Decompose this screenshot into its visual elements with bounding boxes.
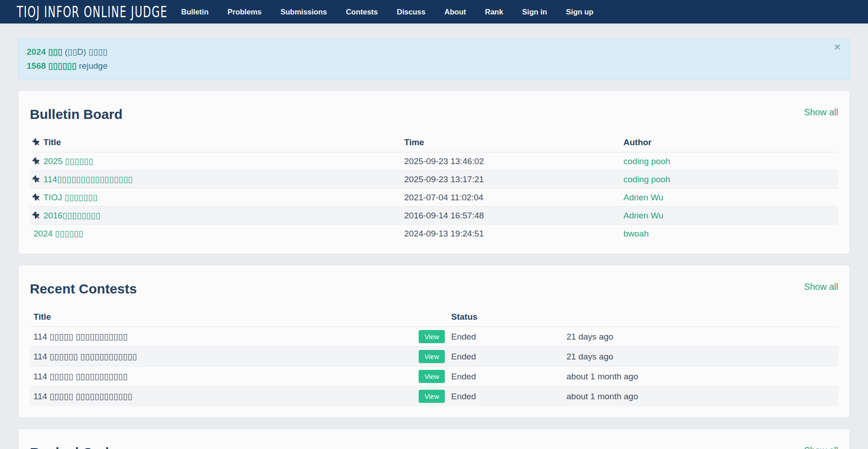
nav-item-sign-up[interactable]: Sign up: [566, 8, 594, 16]
close-icon[interactable]: ×: [831, 41, 843, 53]
bulletin-col-title: Title: [30, 133, 401, 152]
bulletin-col-title-label: Title: [43, 137, 61, 147]
view-contest-button[interactable]: View: [419, 390, 445, 403]
bulletin-author-link[interactable]: bwoah: [623, 229, 649, 238]
brand-logo[interactable]: TIOJ INFOR ONLINE JUDGE: [17, 6, 168, 18]
pushpin-icon: [32, 137, 42, 147]
brand-logo-text: TIOJ INFOR ONLINE JUDGE: [17, 3, 168, 21]
bulletin-title-link[interactable]: 2016▯▯▯▯▯▯▯▯: [43, 211, 100, 220]
contest-status: Ended: [448, 367, 563, 387]
contests-table: Title Status 114 ▯▯▯▯▯ ▯▯▯▯▯▯▯▯▯▯▯ View …: [30, 307, 838, 406]
contest-title: 114 ▯▯▯▯▯ ▯▯▯▯▯▯▯▯▯▯▯: [30, 367, 415, 387]
contest-title: 114 ▯▯▯▯▯▯ ▯▯▯▯▯▯▯▯▯▯▯▯: [30, 347, 415, 367]
bulletin-title-link[interactable]: TIOJ ▯▯▯▯▯▯▯: [43, 193, 98, 202]
contest-row: 114 ▯▯▯▯▯▯ ▯▯▯▯▯▯▯▯▯▯▯▯ View Ended 21 da…: [30, 347, 838, 367]
recent-contests-section: Recent Contests Show all Title Status 11…: [18, 265, 850, 418]
bulletin-title-link[interactable]: 2024 ▯▯▯▯▯▯: [33, 229, 83, 238]
bulletin-time: 2021-07-04 11:02:04: [401, 189, 620, 207]
contest-row: 114 ▯▯▯▯▯ ▯▯▯▯▯▯▯▯▯▯▯▯ View Ended about …: [30, 387, 838, 406]
bulletin-col-time: Time: [401, 133, 620, 152]
bulletin-row: 2025 ▯▯▯▯▯▯ 2025-09-23 13:46:02 coding p…: [30, 152, 838, 170]
pushpin-icon: [32, 192, 42, 203]
bulletin-author-link[interactable]: coding pooh: [623, 175, 670, 184]
bulletin-time: 2025-09-23 13:46:02: [401, 152, 620, 170]
bulletin-row: 2024 ▯▯▯▯▯▯ 2024-09-13 19:24:51 bwoah: [30, 225, 838, 243]
pushpin-icon: [32, 210, 42, 221]
contest-row: 114 ▯▯▯▯▯ ▯▯▯▯▯▯▯▯▯▯▯ View Ended 21 days…: [30, 327, 838, 347]
bulletin-board-section: Bulletin Board Show all Title Time Autho…: [18, 90, 850, 254]
nav-menu: Bulletin Problems Submissions Contests D…: [181, 8, 594, 16]
bulletin-row: 2016▯▯▯▯▯▯▯▯ 2016-09-14 16:57:48 Adrien …: [30, 207, 838, 225]
pushpin-icon: [32, 174, 42, 184]
ranked-show-all-link[interactable]: Show all: [804, 445, 838, 449]
navbar: TIOJ INFOR ONLINE JUDGE Bulletin Problem…: [0, 0, 868, 24]
announcement-alert: × 2024 ▯▯▯ (▯▯D) ▯▯▯▯ 1568 ▯▯▯▯▯▯ rejudg…: [18, 38, 850, 80]
alert-announcement-text: rejudge: [76, 61, 108, 71]
bulletin-title-link[interactable]: 2025 ▯▯▯▯▯▯: [43, 156, 93, 166]
pushpin-icon: [32, 156, 42, 166]
bulletin-author-link[interactable]: Adrien Wu: [623, 211, 663, 220]
contest-ago: 21 days ago: [563, 347, 838, 367]
contest-ago: about 1 month ago: [563, 387, 838, 406]
nav-item-submissions[interactable]: Submissions: [280, 8, 327, 16]
view-contest-button[interactable]: View: [419, 350, 445, 363]
alert-announcement-link[interactable]: 2024 ▯▯▯: [27, 47, 62, 57]
nav-item-sign-in[interactable]: Sign in: [522, 8, 547, 16]
contests-col-title: Title: [30, 307, 415, 327]
nav-item-rank[interactable]: Rank: [485, 8, 503, 16]
bulletin-show-all-link[interactable]: Show all: [804, 107, 838, 118]
bulletin-row: TIOJ ▯▯▯▯▯▯▯ 2021-07-04 11:02:04 Adrien …: [30, 189, 838, 207]
contest-status: Ended: [448, 387, 563, 406]
contest-title: 114 ▯▯▯▯▯ ▯▯▯▯▯▯▯▯▯▯▯: [30, 327, 415, 347]
alert-line: 1568 ▯▯▯▯▯▯ rejudge: [27, 59, 831, 73]
bulletin-header-row: Title Time Author: [30, 133, 838, 152]
alert-line: 2024 ▯▯▯ (▯▯D) ▯▯▯▯: [27, 45, 831, 59]
view-contest-button[interactable]: View: [419, 330, 445, 343]
alert-announcement-link[interactable]: 1568 ▯▯▯▯▯▯: [27, 61, 76, 71]
contests-col-status: Status: [448, 307, 563, 327]
contest-status: Ended: [448, 327, 563, 347]
bulletin-title-link[interactable]: 114▯▯▯▯▯▯▯▯▯▯▯▯▯▯▯▯: [43, 175, 133, 184]
bulletin-row: 114▯▯▯▯▯▯▯▯▯▯▯▯▯▯▯▯ 2025-09-23 13:17:21 …: [30, 170, 838, 189]
contest-row: 114 ▯▯▯▯▯ ▯▯▯▯▯▯▯▯▯▯▯ View Ended about 1…: [30, 367, 838, 387]
contest-status: Ended: [448, 347, 563, 367]
nav-item-contests[interactable]: Contests: [346, 8, 378, 16]
recent-contests-heading: Recent Contests: [30, 281, 838, 297]
nav-item-bulletin[interactable]: Bulletin: [181, 8, 209, 16]
bulletin-author-link[interactable]: Adrien Wu: [623, 193, 663, 202]
contest-ago: 21 days ago: [563, 327, 838, 347]
nav-item-discuss[interactable]: Discuss: [397, 8, 425, 16]
bulletin-time: 2025-09-23 13:17:21: [401, 170, 620, 189]
bulletin-time: 2024-09-13 19:24:51: [401, 225, 620, 243]
bulletin-author-link[interactable]: coding pooh: [623, 156, 670, 166]
contest-title: 114 ▯▯▯▯▯ ▯▯▯▯▯▯▯▯▯▯▯▯: [30, 387, 415, 406]
bulletin-time: 2016-09-14 16:57:48: [401, 207, 620, 225]
ranked-coders-heading: Ranked Coders: [30, 445, 838, 449]
contests-header-row: Title Status: [30, 307, 838, 327]
contests-col-ago: [563, 307, 838, 327]
nav-item-problems[interactable]: Problems: [227, 8, 261, 16]
page-container: × 2024 ▯▯▯ (▯▯D) ▯▯▯▯ 1568 ▯▯▯▯▯▯ rejudg…: [18, 38, 850, 449]
bulletin-table: Title Time Author 2025 ▯▯▯▯▯▯ 2025-09-23…: [30, 133, 838, 242]
contest-ago: about 1 month ago: [563, 367, 838, 387]
contests-show-all-link[interactable]: Show all: [804, 282, 838, 292]
alert-announcement-text: (▯▯D) ▯▯▯▯: [62, 47, 108, 57]
bulletin-board-heading: Bulletin Board: [30, 107, 838, 122]
nav-item-about[interactable]: About: [444, 8, 466, 16]
view-contest-button[interactable]: View: [419, 370, 445, 383]
bulletin-col-author: Author: [620, 133, 838, 152]
contests-col-view: [415, 307, 448, 327]
ranked-coders-section: Ranked Coders Show all: [18, 429, 850, 449]
